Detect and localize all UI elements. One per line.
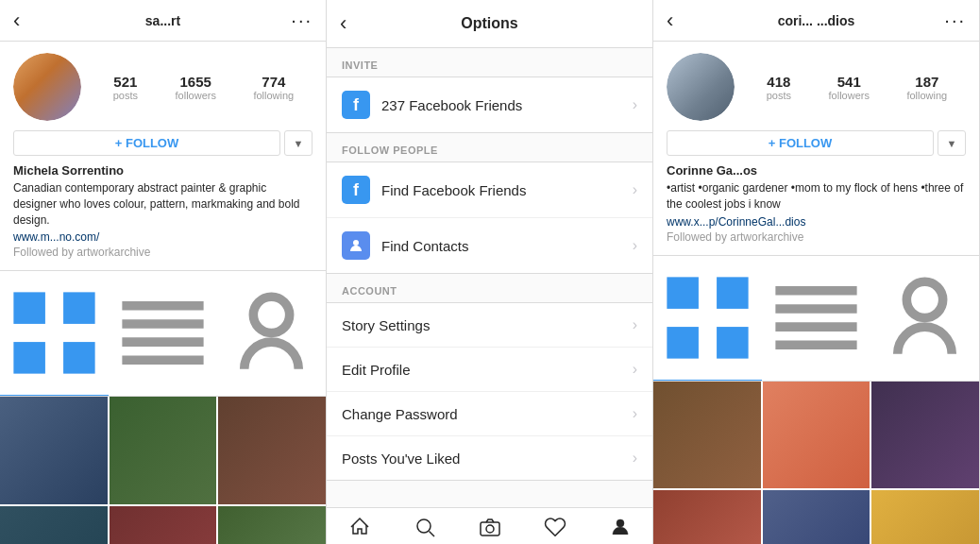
- follow-button[interactable]: + FOLLOW: [13, 130, 280, 156]
- photo-cell[interactable]: [218, 397, 326, 504]
- profile-section-3: 418 posts 541 followers 187 following + …: [653, 42, 979, 251]
- back-icon-options[interactable]: ‹: [340, 11, 363, 36]
- stat-followers-3: 541 followers: [829, 74, 870, 101]
- facebook-icon: f: [342, 91, 370, 119]
- chevron-right-icon-3: ›: [633, 237, 637, 254]
- tab-tagged[interactable]: [217, 271, 326, 396]
- tab-tagged-3[interactable]: [870, 256, 979, 381]
- nav-camera-2[interactable]: [457, 516, 522, 538]
- panel3-header: ‹ cori... ...dios ···: [653, 0, 979, 42]
- tab-bar: [0, 270, 326, 397]
- profile-top: 521 posts 1655 followers 774 following: [13, 53, 313, 121]
- profile-link-3[interactable]: www.x...p/CorinneGal...dios: [667, 215, 966, 229]
- follow-people-list: f Find Facebook Friends › Find Contacts …: [327, 162, 652, 274]
- profile-bio-3: •artist •organic gardener •mom to my flo…: [667, 180, 966, 212]
- tab-bar-3: [653, 255, 979, 382]
- option-find-facebook-friends[interactable]: f Find Facebook Friends ›: [327, 162, 652, 218]
- tab-grid[interactable]: [0, 271, 109, 396]
- followers-label: followers: [176, 90, 216, 101]
- option-posts-liked[interactable]: Posts You've Liked ›: [327, 436, 652, 480]
- follow-button-3[interactable]: + FOLLOW: [667, 130, 934, 156]
- back-icon[interactable]: ‹: [13, 8, 36, 33]
- posts-liked-label: Posts You've Liked: [342, 450, 633, 467]
- profile-followed-by: Followed by artworkarchive: [13, 246, 313, 259]
- photo-cell[interactable]: [110, 506, 217, 544]
- tab-list-3[interactable]: [762, 256, 870, 381]
- following-count-3: 187: [915, 74, 938, 90]
- option-change-password[interactable]: Change Password ›: [327, 392, 652, 436]
- option-facebook-friends-label: 237 Facebook Friends: [381, 97, 633, 113]
- photo-cell-3[interactable]: [763, 490, 870, 544]
- option-story-settings[interactable]: Story Settings ›: [327, 303, 652, 348]
- followers-count-3: 541: [837, 74, 861, 90]
- svg-point-28: [906, 281, 942, 317]
- section-invite-label: INVITE: [327, 48, 652, 76]
- chevron-right-icon-6: ›: [633, 405, 637, 422]
- profile-link[interactable]: www.m...no.com/: [13, 230, 313, 244]
- profile-bio: Canadian contemporary abstract painter &…: [13, 180, 313, 228]
- option-find-contacts[interactable]: Find Contacts ›: [327, 218, 652, 273]
- stats-area: 521 posts 1655 followers 774 following: [94, 74, 313, 101]
- facebook-icon-2: f: [342, 176, 370, 204]
- tab-list[interactable]: [109, 271, 217, 396]
- svg-rect-20: [667, 277, 699, 309]
- find-facebook-friends-label: Find Facebook Friends: [381, 182, 633, 198]
- posts-count: 521: [113, 74, 137, 90]
- svg-point-18: [486, 525, 494, 533]
- profile-name: Michela Sorrentino: [13, 163, 313, 178]
- posts-count-3: 418: [767, 74, 790, 90]
- svg-rect-3: [63, 342, 95, 374]
- svg-point-8: [253, 298, 289, 333]
- photo-cell[interactable]: [110, 397, 217, 504]
- option-edit-profile[interactable]: Edit Profile ›: [327, 348, 652, 392]
- photo-cell-3[interactable]: [653, 382, 761, 489]
- more-options-icon-3[interactable]: ···: [943, 9, 966, 31]
- bottom-nav-options: [327, 507, 652, 544]
- nav-home-2[interactable]: [327, 516, 392, 538]
- nav-heart-2[interactable]: [522, 516, 587, 538]
- change-password-label: Change Password: [342, 406, 633, 422]
- stat-posts: 521 posts: [113, 74, 138, 101]
- following-label-3: following: [906, 90, 947, 101]
- nav-search-2[interactable]: [392, 516, 457, 538]
- photo-cell[interactable]: [0, 397, 108, 504]
- panel-profile-michela: ‹ sa...rt ··· 521 posts 1655 followers 7…: [0, 0, 327, 544]
- posts-label-3: posts: [767, 90, 791, 101]
- following-label: following: [253, 90, 294, 101]
- avatar: [13, 53, 81, 121]
- photo-grid-3: [653, 382, 979, 544]
- photo-cell-3[interactable]: [871, 490, 979, 544]
- photo-cell[interactable]: [218, 506, 326, 544]
- nav-profile-active[interactable]: [587, 516, 652, 538]
- svg-point-19: [617, 519, 624, 527]
- chevron-right-icon: ›: [633, 96, 637, 113]
- svg-rect-17: [481, 522, 499, 536]
- panel-options: ‹ Options INVITE f 237 Facebook Friends …: [327, 0, 653, 544]
- invite-list: f 237 Facebook Friends ›: [327, 76, 652, 133]
- tab-grid-3[interactable]: [653, 256, 762, 381]
- follow-row-3: + FOLLOW ▼: [667, 130, 966, 156]
- follow-dropdown-3[interactable]: ▼: [938, 130, 966, 156]
- panel-profile-corinne: ‹ cori... ...dios ··· 418 posts 541 foll…: [653, 0, 980, 544]
- svg-rect-1: [63, 293, 95, 325]
- chevron-right-icon-7: ›: [633, 450, 637, 467]
- svg-line-16: [429, 532, 434, 537]
- more-options-icon[interactable]: ···: [290, 9, 313, 31]
- panel1-header: ‹ sa...rt ···: [0, 0, 326, 42]
- photo-cell-3[interactable]: [871, 382, 979, 489]
- option-facebook-friends[interactable]: f 237 Facebook Friends ›: [327, 77, 652, 132]
- stat-following-3: 187 following: [906, 74, 947, 101]
- avatar-3: [667, 53, 735, 121]
- story-settings-label: Story Settings: [342, 317, 633, 333]
- follow-dropdown[interactable]: ▼: [284, 130, 313, 156]
- svg-rect-21: [717, 277, 749, 309]
- svg-rect-2: [13, 342, 45, 374]
- svg-rect-22: [667, 327, 699, 359]
- photo-cell-3[interactable]: [763, 382, 870, 489]
- back-icon-3[interactable]: ‹: [667, 8, 689, 33]
- options-header: ‹ Options: [327, 0, 652, 48]
- find-contacts-label: Find Contacts: [381, 238, 633, 254]
- photo-cell-3[interactable]: [653, 490, 761, 544]
- photo-cell[interactable]: [0, 506, 108, 544]
- header-username: sa...rt: [36, 13, 290, 28]
